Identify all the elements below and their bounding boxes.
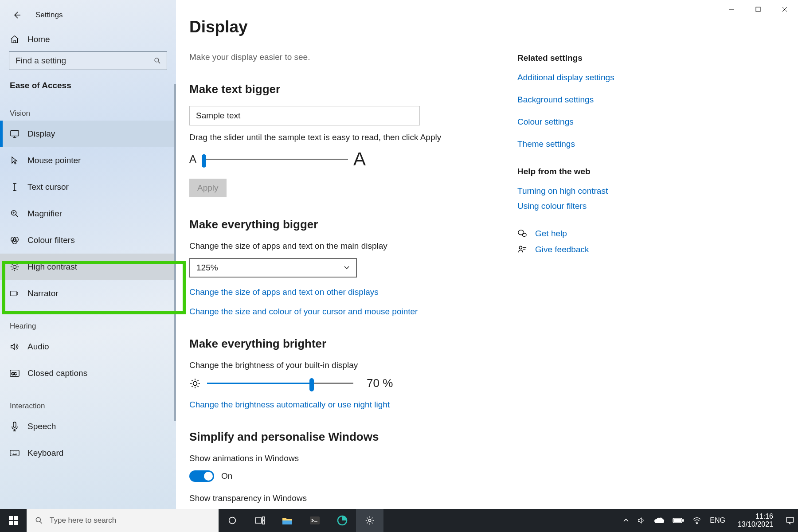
svg-rect-7 xyxy=(11,291,16,296)
home-icon xyxy=(10,35,20,44)
svg-point-22 xyxy=(229,517,236,524)
main-content: Display Make your display easier to see.… xyxy=(189,18,500,509)
related-settings-heading: Related settings xyxy=(517,53,708,63)
taskbar-search[interactable]: Type here to search xyxy=(27,509,219,532)
tray-wifi-icon[interactable] xyxy=(692,516,702,524)
window-title: Settings xyxy=(35,11,63,20)
group-interaction: Interaction xyxy=(0,387,176,413)
sidebar-item-audio[interactable]: Audio xyxy=(0,333,176,360)
link-night-light[interactable]: Change the brightness automatically or u… xyxy=(189,400,500,410)
search-field[interactable] xyxy=(15,55,149,66)
sun-icon xyxy=(10,262,20,272)
sidebar: Settings Home Ease of Access Vision Disp… xyxy=(0,0,176,509)
search-icon xyxy=(35,516,43,525)
link-additional-display[interactable]: Additional display settings xyxy=(517,73,708,82)
animations-value: On xyxy=(221,471,232,481)
link-other-displays[interactable]: Change the size of apps and text on othe… xyxy=(189,287,500,297)
taskbar-app-1[interactable] xyxy=(329,509,356,532)
tray-battery-icon[interactable] xyxy=(673,517,684,524)
svg-point-28 xyxy=(368,519,371,522)
text-size-instruction: Drag the slider until the sample text is… xyxy=(189,133,500,142)
link-high-contrast-help[interactable]: Turning on high contrast xyxy=(517,186,708,196)
scale-label: Change the size of apps and text on the … xyxy=(189,241,500,251)
sidebar-item-closed-captions[interactable]: CC Closed captions xyxy=(0,360,176,387)
svg-rect-11 xyxy=(10,450,19,456)
search-input[interactable] xyxy=(9,51,167,70)
svg-rect-31 xyxy=(674,519,681,522)
svg-rect-24 xyxy=(262,517,265,520)
scrollbar[interactable] xyxy=(174,84,176,421)
svg-point-21 xyxy=(36,517,40,522)
narrator-icon xyxy=(10,289,20,298)
chevron-down-icon xyxy=(344,266,350,270)
maximize-button[interactable] xyxy=(745,0,771,19)
section-simplify: Simplify and personalise Windows xyxy=(189,430,500,444)
svg-rect-10 xyxy=(13,422,16,427)
svg-point-15 xyxy=(519,246,522,249)
keyboard-icon xyxy=(10,448,20,458)
minimize-button[interactable] xyxy=(718,0,745,19)
sidebar-item-narrator[interactable]: Narrator xyxy=(0,280,176,307)
text-size-slider[interactable] xyxy=(202,159,348,160)
feedback-icon xyxy=(517,245,526,254)
sidebar-item-home[interactable]: Home xyxy=(0,28,176,51)
tray-clock[interactable]: 11:16 13/10/2021 xyxy=(733,512,778,529)
link-theme[interactable]: Theme settings xyxy=(517,139,708,149)
animations-toggle[interactable] xyxy=(189,470,214,482)
svg-rect-16 xyxy=(756,7,760,12)
small-a-icon: A xyxy=(189,153,196,165)
brightness-label: Change the brightness of your built-in d… xyxy=(189,360,500,370)
tray-notifications-icon[interactable] xyxy=(786,516,794,524)
svg-rect-26 xyxy=(310,516,320,524)
apply-button[interactable]: Apply xyxy=(189,179,227,197)
taskbar-cortana[interactable] xyxy=(219,509,246,532)
back-button[interactable] xyxy=(10,10,24,20)
sidebar-item-colour-filters[interactable]: Colour filters xyxy=(0,227,176,254)
link-colour-filters-help[interactable]: Using colour filters xyxy=(517,201,708,211)
close-button[interactable] xyxy=(771,0,798,19)
svg-rect-19 xyxy=(9,521,13,525)
monitor-icon xyxy=(10,129,20,139)
brightness-icon xyxy=(189,378,201,389)
sidebar-item-mouse-pointer[interactable]: Mouse pointer xyxy=(0,147,176,174)
svg-point-32 xyxy=(696,523,698,524)
link-colour[interactable]: Colour settings xyxy=(517,117,708,127)
link-cursor-size[interactable]: Change the size and colour of your curso… xyxy=(189,307,500,317)
sidebar-item-magnifier[interactable]: Magnifier xyxy=(0,200,176,227)
get-help[interactable]: Get help xyxy=(517,229,708,239)
taskbar-terminal[interactable] xyxy=(301,509,329,532)
svg-point-14 xyxy=(522,233,526,236)
sidebar-item-speech[interactable]: Speech xyxy=(0,413,176,440)
cc-icon: CC xyxy=(10,368,20,378)
give-feedback[interactable]: Give feedback xyxy=(517,245,708,254)
svg-rect-20 xyxy=(14,521,18,525)
page-subtitle: Make your display easier to see. xyxy=(189,52,500,62)
taskbar-task-view[interactable] xyxy=(246,509,274,532)
transparency-label: Show transparency in Windows xyxy=(189,493,500,503)
section-make-text-bigger: Make text bigger xyxy=(189,82,500,96)
tray-volume-icon[interactable] xyxy=(637,516,646,524)
help-bubble-icon xyxy=(517,229,526,238)
taskbar-file-explorer[interactable] xyxy=(274,509,301,532)
help-heading: Help from the web xyxy=(517,167,708,176)
taskbar: Type here to search ENG 11:16 13/10/2021 xyxy=(0,509,798,532)
svg-rect-1 xyxy=(11,131,19,136)
sidebar-item-keyboard[interactable]: Keyboard xyxy=(0,440,176,466)
sidebar-item-text-cursor[interactable]: Text cursor xyxy=(0,174,176,200)
sidebar-item-high-contrast[interactable]: High contrast xyxy=(0,254,176,280)
svg-point-6 xyxy=(13,265,16,268)
start-button[interactable] xyxy=(0,509,27,532)
taskbar-settings[interactable] xyxy=(356,509,383,532)
sidebar-item-display[interactable]: Display xyxy=(0,121,176,147)
speaker-icon xyxy=(10,342,20,352)
tray-language[interactable]: ENG xyxy=(710,516,725,524)
scale-select[interactable]: 125% xyxy=(189,258,357,278)
sample-text-box: Sample text xyxy=(189,106,420,125)
tray-onedrive-icon[interactable] xyxy=(654,517,665,524)
brightness-slider[interactable] xyxy=(207,383,353,384)
section-title: Ease of Access xyxy=(0,74,176,94)
link-background[interactable]: Background settings xyxy=(517,95,708,105)
big-a-icon: A xyxy=(353,149,366,170)
tray-chevron-up-icon[interactable] xyxy=(623,518,629,523)
svg-rect-33 xyxy=(786,517,794,522)
